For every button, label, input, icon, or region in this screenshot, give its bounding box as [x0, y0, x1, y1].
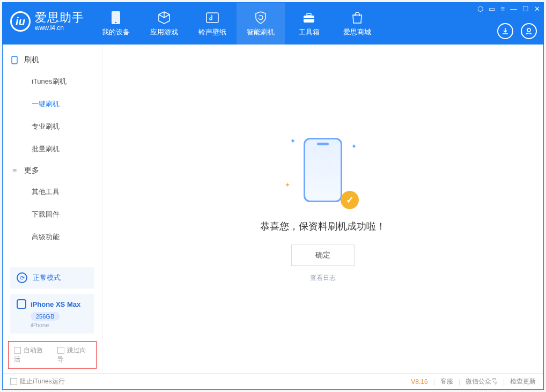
section-label: 刷机: [24, 55, 39, 65]
more-icon: ≡: [10, 166, 19, 175]
sidebar: 刷机 iTunes刷机 一键刷机 专业刷机 批量刷机 ≡ 更多 其他工具 下载固…: [3, 45, 102, 373]
phone-graphic: [304, 138, 342, 202]
check-badge-icon: ✓: [341, 191, 359, 209]
tab-label: 铃声壁纸: [198, 27, 226, 37]
sparkle-icon: ✦: [351, 143, 357, 150]
bag-icon: [350, 11, 364, 25]
footer: 阻止iTunes运行 V8.16 | 客服 | 微信公众号 | 检查更新: [3, 373, 543, 389]
main-content: ✦ ✦ ✦ ✓ 恭喜您，保资料刷机成功啦！ 确定 查看日志: [102, 45, 543, 373]
skip-wizard-checkbox[interactable]: 跳过向导: [57, 346, 91, 364]
auto-activate-checkbox[interactable]: 自动激活: [14, 346, 48, 364]
device-name: iPhone XS Max: [31, 300, 80, 308]
success-illustration: ✦ ✦ ✦ ✓: [293, 135, 352, 205]
section-more: ≡ 更多: [3, 160, 102, 181]
user-button[interactable]: [521, 23, 537, 39]
wechat-link[interactable]: 微信公众号: [466, 377, 498, 386]
tab-ringtone[interactable]: 铃声壁纸: [188, 3, 237, 45]
svg-point-6: [527, 28, 530, 32]
check-update-link[interactable]: 检查更新: [510, 377, 536, 386]
tab-label: 工具箱: [299, 27, 320, 37]
device-type: iPhone: [31, 322, 88, 328]
tab-label: 应用游戏: [150, 27, 178, 37]
device-card[interactable]: iPhone XS Max 256GB iPhone: [10, 294, 94, 334]
sidebar-item-pro-flash[interactable]: 专业刷机: [3, 115, 102, 138]
tab-toolbox[interactable]: 工具箱: [285, 3, 333, 45]
customer-service-link[interactable]: 客服: [440, 377, 453, 386]
tab-apps[interactable]: 应用游戏: [140, 3, 188, 45]
window-controls: ⬡ ▭ ≡ — ☐ ✕: [477, 5, 540, 13]
tab-label: 智能刷机: [247, 27, 275, 37]
section-label: 更多: [24, 166, 39, 175]
app-title: 爱思助手: [35, 11, 84, 24]
app-site: www.i4.cn: [35, 25, 84, 32]
list-icon[interactable]: ≡: [500, 5, 505, 13]
section-flash: 刷机: [3, 50, 102, 70]
top-tabs: 我的设备 应用游戏 铃声壁纸 智能刷机 工具箱 爱思商城: [92, 3, 381, 45]
tab-store[interactable]: 爱思商城: [333, 3, 381, 45]
logo: iu 爱思助手 www.i4.cn: [3, 3, 92, 40]
logo-icon: iu: [10, 11, 31, 32]
maximize-icon[interactable]: ☐: [522, 5, 529, 13]
minimize-icon[interactable]: —: [510, 5, 517, 13]
success-message: 恭喜您，保资料刷机成功啦！: [260, 220, 386, 233]
menu-icon[interactable]: ▭: [489, 5, 495, 13]
music-folder-icon: [205, 11, 219, 25]
svg-point-1: [115, 21, 117, 23]
tab-flash[interactable]: 智能刷机: [237, 3, 285, 45]
sidebar-item-batch-flash[interactable]: 批量刷机: [3, 138, 102, 160]
svg-rect-5: [304, 18, 314, 19]
device-icon: [17, 299, 26, 309]
phone-icon: [109, 11, 123, 25]
mode-card[interactable]: ⟳ 正常模式: [10, 267, 94, 289]
tab-label: 爱思商城: [343, 27, 371, 37]
block-itunes-checkbox[interactable]: 阻止iTunes运行: [10, 377, 65, 386]
sidebar-item-oneclick-flash[interactable]: 一键刷机: [3, 93, 102, 115]
version-label: V8.16: [411, 378, 427, 386]
cube-icon: [157, 11, 171, 25]
ok-button[interactable]: 确定: [291, 245, 355, 266]
view-log-link[interactable]: 查看日志: [310, 273, 336, 283]
shield-refresh-icon: [254, 11, 268, 25]
header-right-buttons: [497, 23, 537, 39]
toolbox-icon: [302, 11, 316, 25]
mode-icon: ⟳: [17, 272, 27, 283]
options-highlight-box: 自动激活 跳过向导: [8, 341, 97, 369]
mode-label: 正常模式: [33, 273, 61, 283]
header: iu 爱思助手 www.i4.cn 我的设备 应用游戏 铃声壁纸 智能刷机: [3, 3, 543, 45]
svg-rect-2: [206, 13, 218, 23]
app-window: iu 爱思助手 www.i4.cn 我的设备 应用游戏 铃声壁纸 智能刷机: [2, 2, 544, 390]
tshirt-icon[interactable]: ⬡: [477, 5, 483, 13]
download-button[interactable]: [497, 23, 513, 39]
phone-outline-icon: [10, 56, 19, 64]
sidebar-item-advanced[interactable]: 高级功能: [3, 226, 102, 248]
device-capacity: 256GB: [31, 312, 60, 321]
svg-rect-4: [307, 13, 311, 16]
sidebar-item-download-firmware[interactable]: 下载固件: [3, 203, 102, 226]
svg-rect-7: [12, 56, 17, 64]
sparkle-icon: ✦: [285, 181, 290, 189]
tab-label: 我的设备: [102, 27, 130, 37]
tab-my-device[interactable]: 我的设备: [92, 3, 140, 45]
sidebar-item-other-tools[interactable]: 其他工具: [3, 181, 102, 203]
close-icon[interactable]: ✕: [534, 5, 540, 13]
sparkle-icon: ✦: [290, 137, 296, 145]
body: 刷机 iTunes刷机 一键刷机 专业刷机 批量刷机 ≡ 更多 其他工具 下载固…: [3, 45, 543, 373]
sidebar-item-itunes-flash[interactable]: iTunes刷机: [3, 70, 102, 93]
